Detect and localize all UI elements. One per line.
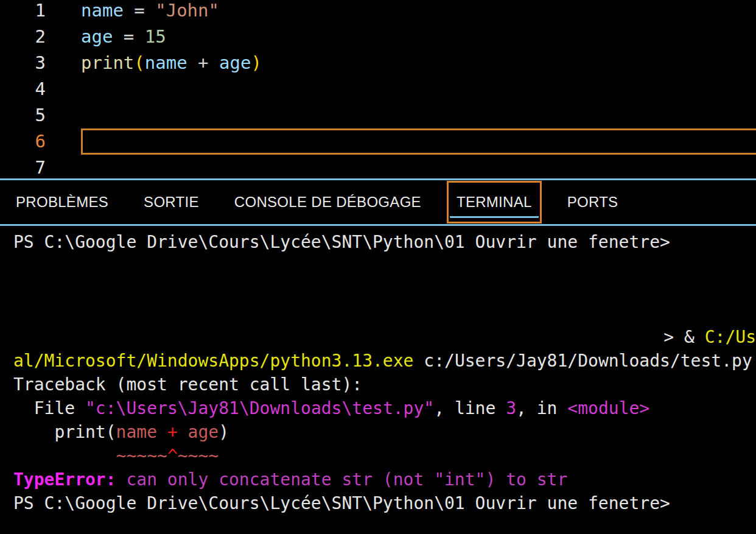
terminal-text-fg: File [13,398,85,418]
terminal-text-fg: , line [434,398,506,418]
tab-terminal[interactable]: TERMINAL [447,181,542,223]
code-line-5[interactable]: 5 [0,102,756,128]
code-content: name = "John" [81,0,756,24]
terminal-text-red: ~~~~ [178,446,219,466]
editor-lines: 1name = "John"2age = 153print(name + age… [0,0,756,178]
code-line-6[interactable]: 6 [0,128,756,155]
terminal-text-red: age [178,422,219,442]
token-variable: age [219,52,251,73]
tab-label: TERMINAL [457,194,532,211]
terminal-text-fg: PS C:\Google Drive\Cours\Lycée\SNT\Pytho… [13,232,670,252]
tab-output[interactable]: SORTIE [134,181,209,223]
tab-label: CONSOLE DE DÉBOGAGE [234,194,421,211]
line-number[interactable]: 4 [0,76,46,102]
token-operator: + [187,52,219,73]
terminal-row: print(name + age) [13,420,756,444]
line-number[interactable]: 3 [0,50,46,76]
terminal-text-fg [13,446,116,466]
terminal-text-fg: PS C:\Google Drive\Cours\Lycée\SNT\Pytho… [13,493,670,513]
token-paren: ( [134,52,144,73]
terminal-text-yellow: C:/Us [705,327,756,347]
tab-problems[interactable]: PROBLÈMES [6,181,118,223]
tab-label: SORTIE [144,194,199,211]
tab-ports[interactable]: PORTS [558,181,628,223]
terminal-row: TypeError: can only concatenate str (not… [13,468,756,491]
token-variable: age [81,26,113,47]
terminal-row: PS C:\Google Drive\Cours\Lycée\SNT\Pytho… [13,230,756,254]
code-line-4[interactable]: 4 [0,76,756,102]
terminal-text-magentaBright: TypeError [13,469,106,490]
token-string: "John" [155,0,219,21]
terminal-row [13,301,756,325]
terminal-row: al/Microsoft/WindowsApps/python3.13.exe … [13,349,756,373]
terminal-text-magenta: "c:\Users\Jay81\Downloads\test.py" [85,398,434,418]
token-operator: = [124,0,155,21]
tab-label: PROBLÈMES [16,194,108,211]
terminal-row: ~~~~~^~~~~ [13,444,756,468]
tab-label: PORTS [567,194,618,211]
terminal-text-redBright: + [167,422,178,442]
token-variable: name [81,0,124,21]
code-line-3[interactable]: 3print(name + age) [0,50,756,76]
terminal-output[interactable]: PS C:\Google Drive\Cours\Lycée\SNT\Pytho… [0,226,756,534]
code-content [81,102,756,128]
terminal-row: > & C:/Us [13,325,756,349]
token-number: 15 [145,26,166,47]
terminal-text-red: name [116,422,167,442]
token-paren: ) [251,52,261,73]
terminal-text-fg: , in [516,398,567,418]
token-function: print [81,52,134,73]
terminal-row: PS C:\Google Drive\Cours\Lycée\SNT\Pytho… [13,491,756,515]
code-content [81,76,756,102]
code-content [81,155,756,178]
token-variable: name [145,52,187,73]
line-number[interactable]: 2 [0,24,46,50]
line-number[interactable]: 1 [0,0,46,24]
terminal-text-fg: > & [663,327,704,347]
terminal-text-fg: print( [13,422,116,442]
panel-tab-bar: PROBLÈMESSORTIECONSOLE DE DÉBOGAGETERMIN… [0,180,756,224]
terminal-text-yellow: al/Microsoft/WindowsApps/python3.13.exe [13,351,413,371]
token-operator: = [113,26,144,47]
terminal-row [13,254,756,278]
code-content: print(name + age) [81,50,756,76]
terminal-text-magentaBright: : [106,469,116,490]
code-line-1[interactable]: 1name = "John" [0,0,756,24]
terminal-row: Traceback (most recent call last): [13,373,756,396]
terminal-row [13,278,756,301]
terminal-text-fg: ) [219,422,229,442]
terminal-text-magenta: 3 [506,398,516,418]
terminal-text-fg: c:/Users/Jay81/Downloads/test.py [413,351,752,371]
terminal-text-magentaDim: can only concatenate str (not "int") to … [116,469,568,490]
terminal-row: File "c:\Users\Jay81\Downloads\test.py",… [13,396,756,420]
code-content: age = 15 [81,24,756,50]
code-line-2[interactable]: 2age = 15 [0,24,756,50]
line-number[interactable]: 7 [0,155,46,178]
tab-debug-console[interactable]: CONSOLE DE DÉBOGAGE [225,181,431,223]
terminal-text-magenta: <module> [567,398,649,418]
terminal-text-red: ~~~~~ [116,446,167,466]
code-editor[interactable]: 1name = "John"2age = 153print(name + age… [0,0,756,178]
terminal-text-fg: Traceback (most recent call last): [13,374,362,395]
active-line-focus-box [81,128,756,155]
line-number[interactable]: 5 [0,102,46,128]
line-number[interactable]: 6 [0,128,46,155]
terminal-text-redBright: ^ [167,446,178,466]
code-line-7[interactable]: 7 [0,155,756,178]
